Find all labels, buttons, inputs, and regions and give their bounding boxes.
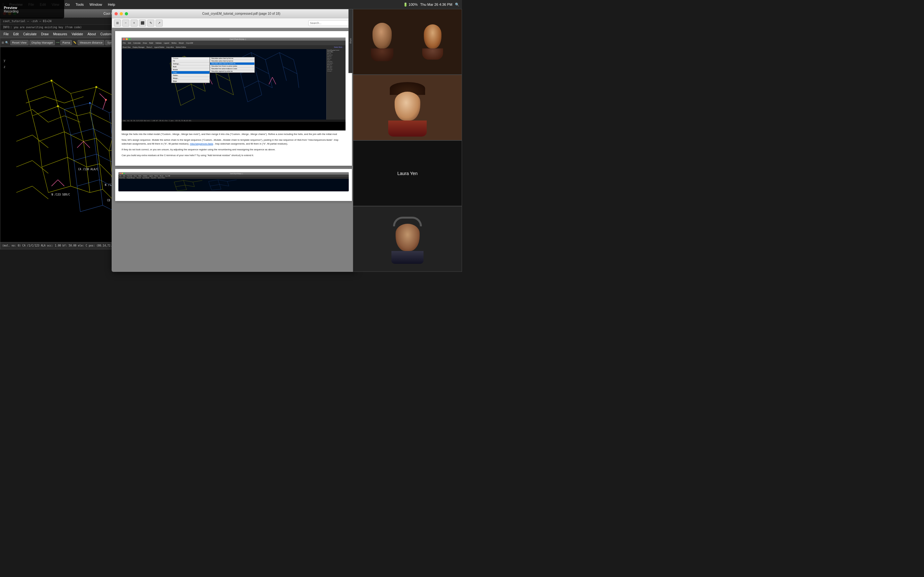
inner-subdropdown-item-6[interactable]: Renumber segment by active res — [210, 70, 254, 73]
right-panel-addon-text: setup — [350, 38, 352, 44]
pdf-zoom-out-btn[interactable]: − — [122, 19, 129, 27]
inner-toolbar-refine[interactable]: long refine — [166, 46, 174, 48]
svg-line-231 — [228, 181, 229, 186]
svg-line-192 — [279, 53, 294, 60]
coot-menu-validate[interactable]: Validate — [69, 32, 85, 37]
svg-line-208 — [283, 67, 297, 74]
app-menu-help[interactable]: Help — [106, 3, 117, 6]
svg-line-71 — [16, 109, 32, 116]
person-3-face — [395, 92, 420, 121]
svg-line-120 — [77, 180, 99, 186]
inner-menu-calculate[interactable]: Calculate — [133, 42, 141, 44]
inner-dropdown-mutate[interactable]: Mutate — [172, 68, 210, 71]
inner-menu-ligand[interactable]: Ligand — [164, 42, 170, 44]
inner-dropdown-fs[interactable]: FS — [172, 60, 210, 63]
svg-line-41 — [96, 138, 99, 164]
pdf-content[interactable]: Coot 0.9-pre EL(ccp...) File Edit Calcul… — [112, 28, 355, 271]
inner-menu-build[interactable]: Build — [149, 42, 153, 44]
inner-subdropdown-item-1[interactable]: Renumber active chain by first res — [210, 57, 254, 60]
inner-dropdown-merge[interactable]: Merge... — [172, 77, 210, 80]
svg-line-146 — [58, 180, 64, 186]
inner-right-panel-item-10: Mutate S... — [327, 64, 345, 65]
coot-menu-about[interactable]: About — [86, 32, 98, 37]
svg-line-225 — [178, 190, 187, 191]
inner-dropdown-settings[interactable]: Settings... — [172, 63, 210, 65]
inner-subdropdown-item-2[interactable]: Renumber active chain by last res — [210, 60, 254, 63]
toolbar-rama[interactable]: Rama — [60, 40, 72, 45]
inner-right-panel-item-2: Select Map... — [327, 51, 345, 53]
page11-menu-draw: Draw — [134, 175, 137, 177]
pdf-window-minimize[interactable] — [120, 12, 123, 15]
svg-line-25 — [77, 116, 83, 141]
inner-menu-morph[interactable]: Morph — [179, 42, 184, 44]
pdf-annotate-btn[interactable]: ✎ — [147, 19, 154, 27]
app-menu-go[interactable]: Go — [63, 3, 72, 6]
inner-menu-file[interactable]: File — [123, 42, 126, 44]
coot-menu-file[interactable]: File — [2, 32, 11, 37]
inner-toolbar-ligand[interactable]: Ligand Builder — [154, 46, 165, 48]
inner-dropdown-build[interactable]: Build — [172, 65, 210, 68]
inner-subdropdown-item-5[interactable]: Renumber from active residue to C-term — [210, 68, 254, 70]
svg-line-185 — [216, 74, 230, 81]
svg-line-11 — [90, 87, 96, 113]
inner-menu-edit[interactable]: Edit — [128, 42, 131, 44]
app-menu-window[interactable]: Window — [87, 3, 104, 6]
search-icon[interactable]: 🔍 — [455, 3, 459, 7]
svg-line-114 — [96, 154, 99, 180]
pdf-search-input[interactable] — [309, 20, 353, 26]
inner-subdropdown-item-3-selected[interactable]: Renumber active chain by current res — [210, 63, 254, 65]
inner-toolbar-display[interactable]: Display Manager — [132, 46, 145, 48]
inner-toolbar-rama[interactable]: Rama A — [147, 46, 152, 48]
inner-dropdown-maps[interactable]: Maps — [172, 80, 210, 83]
pdf-link-sequences[interactable]: misc/sequences.fasta — [190, 142, 213, 145]
page11-inner-title: Coot 0.9-pre EL(ccp...) — [230, 173, 243, 174]
page11-menu-edit: Edit — [123, 175, 125, 177]
coot-menu-custom[interactable]: Custom — [99, 32, 113, 37]
inner-menu-cryoem[interactable]: Cryo-EM — [186, 42, 193, 44]
inner-subdropdown: Renumber active chain by first res Renum… — [210, 57, 255, 73]
pdf-zoom-in-btn[interactable]: + — [131, 19, 137, 27]
inner-coot-menubar: File Edit Calculate Draw Build Validate … — [121, 41, 346, 45]
svg-line-230 — [218, 180, 220, 185]
inner-subdropdown-item-4[interactable]: Renumber from N-term to active residue — [210, 65, 254, 68]
inner-menu-refine[interactable]: Refine — [171, 42, 176, 44]
page11-toolbar-display: Display Manager — [127, 177, 135, 179]
inner-dropdown-copy[interactable]: Copy... — [172, 71, 210, 74]
app-menu-tools[interactable]: Tools — [73, 3, 86, 6]
toolbar-reset-view[interactable]: Reset View — [10, 40, 29, 45]
inner-dropdown-delete[interactable]: Delete... — [172, 74, 210, 77]
person-2-face — [424, 24, 441, 48]
pdf-grid-btn[interactable]: ⊞ — [114, 19, 121, 27]
svg-line-79 — [16, 186, 32, 193]
svg-line-229 — [208, 181, 210, 186]
pdf-toolbar: ⊞ − + ⬛ ✎ ↗ — [112, 18, 355, 28]
svg-line-56 — [99, 164, 103, 189]
video-panel-2 — [353, 75, 462, 140]
svg-line-188 — [220, 88, 234, 95]
svg-line-136 — [103, 100, 106, 109]
svg-line-209 — [283, 67, 286, 81]
coot-menu-measures[interactable]: Measures — [51, 32, 69, 37]
battery-status: 🔋 100% — [403, 3, 418, 7]
inner-menu-draw[interactable]: Draw — [143, 42, 147, 44]
svg-line-49 — [99, 164, 112, 177]
inner-toolbar-reset[interactable]: Reset View — [123, 46, 131, 48]
toolbar-measure-distance[interactable]: Measure distance — [78, 40, 104, 45]
inner-toolbar-sphere[interactable]: Sphere Refine — [176, 46, 186, 48]
inner-menu-validate[interactable]: Validate — [155, 42, 162, 44]
coot-menu-edit[interactable]: Edit — [11, 32, 21, 37]
coot-menu-draw[interactable]: Draw — [39, 32, 50, 37]
inner-right-panel-item-14: Density f... — [327, 71, 345, 72]
pdf-window-close[interactable] — [115, 12, 118, 15]
svg-line-69 — [45, 97, 65, 103]
pdf-fit-btn[interactable]: ⬛ — [139, 19, 146, 27]
toolbar-display-manager[interactable]: Display Manager — [29, 40, 55, 45]
pdf-share-btn[interactable]: ↗ — [156, 19, 163, 27]
pdf-window-title: Coot_cryoEM_tutorial_compressed.pdf (pag… — [202, 12, 280, 15]
pdf-window-maximize[interactable] — [125, 12, 128, 15]
inner-right-panel-item-11: Add Term... — [327, 66, 345, 67]
pdf-window: Coot_cryoEM_tutorial_compressed.pdf (pag… — [111, 9, 355, 272]
inner-toolbar-select[interactable]: Select Mod... — [334, 46, 343, 48]
svg-line-74 — [64, 116, 80, 122]
coot-menu-calculate[interactable]: Calculate — [21, 32, 39, 37]
